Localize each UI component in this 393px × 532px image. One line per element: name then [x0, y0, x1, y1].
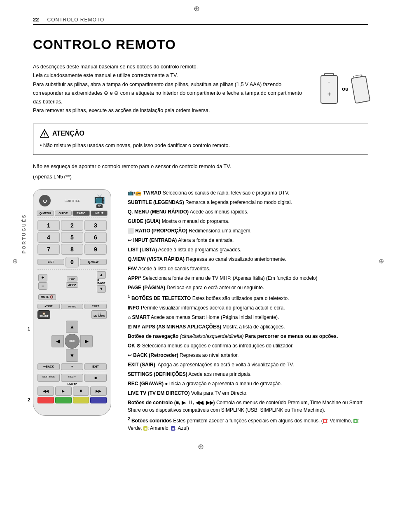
- num8-button[interactable]: 8: [61, 244, 83, 255]
- remote-container: 1 2 ⏻ SUBTITLE 📺 3D Q.MENU: [33, 189, 119, 434]
- input-button[interactable]: INPUT: [91, 211, 108, 216]
- desc-list: LIST (LISTA) Acede à lista de programas …: [128, 246, 368, 253]
- text-info-row: ■TEXT INFO⊙ T.OPT: [37, 304, 107, 309]
- ratio-button[interactable]: RATIO: [73, 211, 90, 216]
- num9-button[interactable]: 9: [84, 244, 107, 255]
- left-button[interactable]: ◀: [51, 335, 64, 347]
- num5-button[interactable]: 5: [61, 232, 83, 243]
- smart-myapps-row: 🏠SMART ⋮⋮MY APPS: [37, 310, 107, 319]
- dpad: ▲ ▼ ◀ ▶ OK⊙: [51, 321, 93, 362]
- play-button[interactable]: ▶: [55, 387, 72, 396]
- rec-button[interactable]: REC ●: [61, 374, 83, 382]
- fav-app-col: FAV APP/*: [66, 276, 78, 288]
- desc-ratio: ⬜ RATIO (PROPORÇÃO) Redimensiona uma ima…: [128, 227, 368, 234]
- pause-button[interactable]: ⏸: [73, 387, 89, 396]
- desc-ok: OK ⊙ Selecciona menus ou opções e confir…: [128, 342, 368, 349]
- ff-button[interactable]: ▶▶: [90, 387, 107, 396]
- vol-down-button[interactable]: −: [38, 282, 47, 290]
- settings-button[interactable]: SETTINGS: [37, 374, 60, 382]
- numpad: 1 2 3 4 5 6 7 8 9: [37, 220, 107, 255]
- crosshair-bottom-icon: ⊕: [33, 442, 368, 451]
- num7-button[interactable]: 7: [37, 244, 60, 255]
- divider-3: [37, 302, 107, 302]
- num0-button[interactable]: 0: [66, 257, 79, 267]
- mute-button[interactable]: MUTE 🔇: [38, 294, 56, 300]
- desc-guide: GUIDE (GUIA) Mostra o manual do programa…: [128, 218, 368, 225]
- power-button[interactable]: ⏻: [39, 195, 51, 206]
- num4-button[interactable]: 4: [37, 232, 60, 243]
- svg-text:!: !: [44, 132, 45, 137]
- list-zero-qview-row: LIST 0 Q.VIEW: [37, 257, 107, 267]
- smart-button[interactable]: 🏠SMART: [37, 310, 50, 319]
- remote-control: 1 2 ⏻ SUBTITLE 📺 3D Q.MENU: [33, 189, 111, 416]
- num6-button[interactable]: 6: [84, 232, 107, 243]
- fav-button[interactable]: FAV: [67, 276, 77, 281]
- exit-button[interactable]: EXIT: [84, 363, 107, 370]
- myapps-button[interactable]: ⋮⋮MY APPS: [91, 310, 107, 319]
- red-button[interactable]: [37, 397, 54, 403]
- yellow-button[interactable]: [73, 397, 89, 403]
- right-button[interactable]: ▶: [80, 335, 93, 347]
- vol-up-button[interactable]: +: [38, 274, 47, 281]
- badge-1: 1: [28, 326, 30, 331]
- intro-text: As descrições deste manual baseiam-se no…: [33, 63, 311, 115]
- num1-button[interactable]: 1: [37, 220, 60, 231]
- page-label: PPAGE: [97, 279, 105, 285]
- back-exit-row: ↩BACK ▼ EXIT: [37, 363, 107, 370]
- battery-icon-1: + −: [320, 73, 338, 104]
- num2-button[interactable]: 2: [61, 220, 83, 231]
- num3-button[interactable]: 3: [84, 220, 107, 231]
- green-button[interactable]: [55, 397, 72, 403]
- list-button[interactable]: LIST: [37, 259, 64, 265]
- warning-triangle-icon: !: [40, 129, 49, 138]
- note2: (Apenas LN57**): [33, 173, 368, 181]
- desc-app: APP/* Selecciona a fonte de menu de TV M…: [128, 274, 368, 282]
- 3d-badge: 3D: [96, 204, 103, 208]
- intro-line1: As descrições deste manual baseiam-se no…: [33, 63, 311, 71]
- crosshair-top-icon: ⊕: [194, 4, 200, 13]
- page-down-button[interactable]: ▼: [97, 285, 106, 293]
- down-button-2[interactable]: ▼: [61, 363, 83, 370]
- myapps-icon: ⊞: [128, 324, 133, 330]
- divider-1: [37, 218, 107, 218]
- topt-button[interactable]: T.OPT: [84, 304, 107, 309]
- qview-button[interactable]: Q.VIEW: [80, 259, 107, 265]
- descriptions-section: 📺/📻 TV/RAD Selecciona os canais de rádio…: [128, 189, 368, 434]
- text-button[interactable]: ■TEXT: [37, 304, 60, 309]
- page-title: CONTROLO REMOTO: [33, 37, 368, 52]
- rew-button[interactable]: ◀◀: [37, 387, 54, 396]
- side-label: PORTUGUÊS: [21, 214, 26, 254]
- desc-colorbtns: 2 Botões coloridos Estes permitem aceder…: [128, 416, 368, 432]
- svg-text:+: +: [328, 91, 331, 97]
- page-col: ▲ PPAGE ▼: [97, 271, 106, 293]
- desc-rec: REC (GRAVAR) ● Inicia a gravação e apres…: [128, 380, 368, 387]
- ou-label: ou: [342, 86, 349, 92]
- top-buttons-row: Q.MENU GUIDE RATIO INPUT: [37, 211, 108, 216]
- info-button[interactable]: INFO⊙: [61, 304, 83, 309]
- battery-icon-2: [350, 74, 370, 104]
- smart-icon: ⌂: [128, 314, 132, 320]
- badge-2: 2: [28, 397, 30, 402]
- qmenu-button[interactable]: Q.MENU: [37, 211, 54, 216]
- warning-title: ! ATENÇÃO: [40, 129, 361, 138]
- ok-button[interactable]: OK⊙: [65, 334, 80, 349]
- stop-button[interactable]: ■: [84, 374, 107, 382]
- page: ⊕ 22 CONTROLO REMOTO CONTROLO REMOTO As …: [0, 0, 393, 468]
- down-button[interactable]: ▼: [66, 349, 78, 362]
- svg-text:−: −: [328, 80, 330, 84]
- blue-button[interactable]: [90, 397, 107, 403]
- app-button[interactable]: APP/*: [66, 282, 78, 288]
- warning-title-text: ATENÇÃO: [52, 130, 84, 137]
- guide-button[interactable]: GUIDE: [55, 211, 72, 216]
- desc-exit: EXIT (SAIR) Apaga as apresentações no ec…: [128, 361, 368, 368]
- main-content: 1 2 ⏻ SUBTITLE 📺 3D Q.MENU: [33, 189, 368, 434]
- page-up-button[interactable]: ▲: [97, 271, 106, 279]
- desc-info: INFO Permite visualizar informações acer…: [128, 304, 368, 312]
- vol-col: + −: [38, 274, 47, 290]
- vol-fav-page-row: + − FAV APP/* ▲ PPAGE ▼: [38, 271, 106, 293]
- color-buttons-row: [37, 397, 107, 403]
- desc-qmenu: Q. MENU (MENU RÁPIDO) Acede aos menus rá…: [128, 208, 368, 216]
- up-button[interactable]: ▲: [66, 321, 78, 333]
- back-button[interactable]: ↩BACK: [37, 363, 60, 370]
- desc-livetv: LIVE TV (TV EM DIRECTO) Volta para TV em…: [128, 389, 368, 397]
